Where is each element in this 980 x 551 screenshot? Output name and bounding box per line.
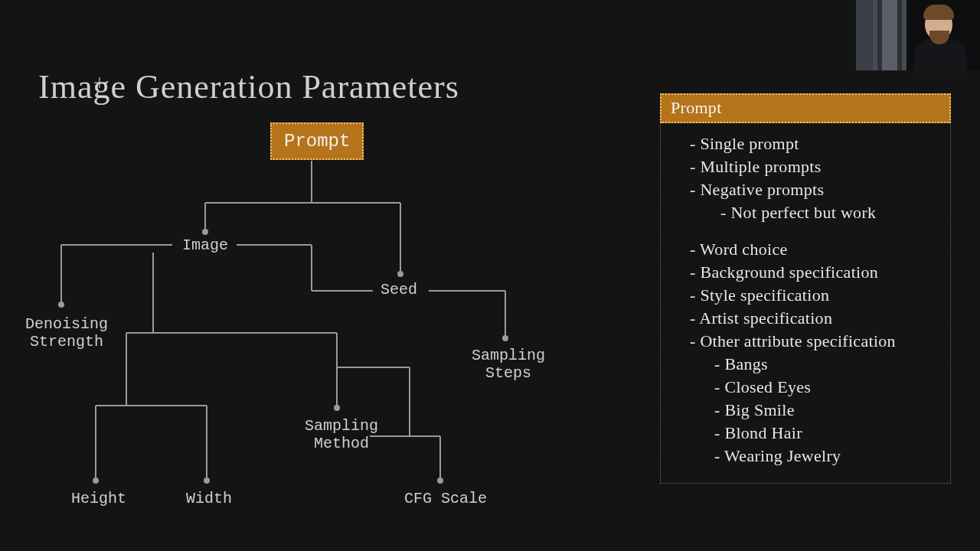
bullet: - Artist specification bbox=[690, 308, 939, 328]
node-cfg-scale: CFG Scale bbox=[404, 490, 487, 507]
node-width: Width bbox=[186, 490, 232, 507]
bullet-sub: - Blond Hair bbox=[714, 423, 939, 443]
bullet: - Single prompt bbox=[690, 134, 939, 154]
bullet-sub: - Closed Eyes bbox=[714, 377, 939, 397]
node-prompt: Prompt bbox=[270, 122, 364, 160]
node-image: Image bbox=[182, 236, 228, 254]
svg-point-29 bbox=[334, 405, 340, 411]
svg-point-10 bbox=[58, 302, 64, 308]
bullet-sub: - Wearing Jewelry bbox=[714, 446, 939, 466]
node-height: Height bbox=[71, 490, 126, 507]
node-sampling-method: Sampling Method bbox=[305, 417, 378, 452]
bullet-sub: - Bangs bbox=[714, 354, 939, 374]
svg-point-20 bbox=[93, 478, 99, 484]
svg-point-34 bbox=[437, 478, 443, 484]
bullet: - Word choice bbox=[690, 240, 939, 259]
svg-point-25 bbox=[502, 335, 508, 341]
spacer bbox=[671, 226, 939, 236]
slide-stage: Image Generation Parameters bbox=[0, 0, 980, 551]
svg-point-7 bbox=[397, 271, 403, 277]
node-seed: Seed bbox=[381, 281, 417, 298]
bullet-sub: - Not perfect but work bbox=[720, 203, 939, 223]
presenter-webcam bbox=[856, 0, 980, 70]
bullet-sub: - Big Smile bbox=[714, 400, 939, 420]
node-denoising-strength: Denoising Strength bbox=[25, 315, 108, 350]
bullet: - Style specification bbox=[690, 285, 939, 305]
notes-heading: Prompt bbox=[660, 93, 951, 123]
notes-panel: Prompt - Single prompt - Multiple prompt… bbox=[660, 93, 951, 484]
bullet: - Other attribute specification bbox=[690, 331, 939, 351]
bullet: - Multiple prompts bbox=[690, 157, 939, 177]
svg-point-22 bbox=[204, 478, 210, 484]
bullet: - Background specification bbox=[690, 262, 939, 282]
notes-body: - Single prompt - Multiple prompts - Neg… bbox=[660, 123, 951, 484]
bullet: - Negative prompts bbox=[690, 180, 939, 200]
svg-point-5 bbox=[202, 229, 208, 235]
node-sampling-steps: Sampling Steps bbox=[472, 347, 545, 382]
